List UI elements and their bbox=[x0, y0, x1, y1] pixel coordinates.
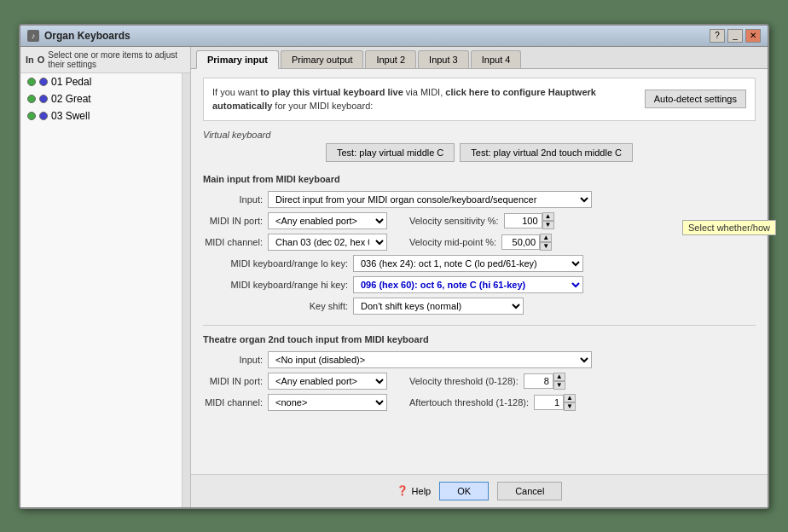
velocity-threshold-label: Velocity threshold (0-128): bbox=[409, 376, 519, 386]
info-text-part1: If you want bbox=[212, 87, 260, 97]
dot-blue-2 bbox=[39, 95, 48, 103]
midpoint-up-btn[interactable]: ▲ bbox=[540, 234, 552, 242]
col-in-label: In bbox=[26, 55, 34, 65]
window-body: In O Select one or more items to adjust … bbox=[20, 47, 768, 507]
app-icon: ♪ bbox=[27, 30, 39, 42]
tab-input3[interactable]: Input 3 bbox=[418, 50, 469, 68]
range-hi-label: MIDI keyboard/range hi key: bbox=[203, 280, 348, 290]
help-icon: ❓ bbox=[397, 485, 408, 496]
sidebar-header: In O Select one or more items to adjust … bbox=[20, 47, 190, 73]
midpoint-down-btn[interactable]: ▼ bbox=[540, 242, 552, 251]
theatre-section: Theatre organ 2nd touch input from MIDI … bbox=[203, 332, 756, 411]
col-o-label: O bbox=[38, 55, 45, 65]
theatre-channel-select[interactable]: <none> bbox=[268, 394, 387, 411]
info-text: If you want to play this virtual keyboar… bbox=[212, 85, 636, 113]
velocity-sensitivity-input[interactable]: 100 bbox=[504, 213, 542, 228]
input-row: Input: Direct input from your MIDI organ… bbox=[203, 191, 756, 208]
sidebar-item-swell[interactable]: 03 Swell bbox=[20, 107, 182, 124]
sidebar-item-label: 01 Pedal bbox=[51, 76, 91, 88]
velocity-up-btn[interactable]: ▲ bbox=[542, 212, 554, 221]
range-lo-row: MIDI keyboard/range lo key: 036 (hex 24)… bbox=[203, 255, 756, 272]
midi-port-select[interactable]: <Any enabled port> bbox=[268, 212, 387, 229]
midi-channel-select[interactable]: Chan 03 (dec 02, hex 02) bbox=[268, 234, 387, 251]
help-label: Help bbox=[412, 486, 432, 496]
velocity-sensitivity-spinbox: 100 ▲ ▼ bbox=[504, 212, 554, 229]
sidebar-item-label: 02 Great bbox=[51, 93, 91, 105]
help-button[interactable]: ❓ Help bbox=[397, 485, 432, 496]
theatre-input-row: Input: <No input (disabled)> bbox=[203, 351, 756, 368]
theatre-input-label: Input: bbox=[203, 355, 263, 365]
dot-blue-1 bbox=[39, 78, 48, 86]
auto-detect-button[interactable]: Auto-detect settings bbox=[645, 90, 746, 108]
title-buttons: ? _ ✕ bbox=[710, 29, 761, 43]
midi-section-title: Main input from MIDI keyboard bbox=[203, 172, 756, 186]
tooltip-popup: Select whether/how bbox=[682, 220, 776, 235]
range-lo-label: MIDI keyboard/range lo key: bbox=[203, 258, 348, 269]
tab-input2[interactable]: Input 2 bbox=[365, 50, 416, 68]
key-shift-row: Key shift: Don't shift keys (normal) bbox=[203, 298, 756, 315]
dot-green-1 bbox=[27, 78, 36, 86]
key-shift-select[interactable]: Don't shift keys (normal) bbox=[353, 298, 524, 315]
aftertouch-threshold-spinbox: 1 ▲ ▼ bbox=[534, 394, 576, 411]
info-text-part2: via MIDI, bbox=[403, 87, 446, 97]
theatre-port-label: MIDI IN port: bbox=[203, 376, 263, 386]
input-select[interactable]: Direct input from your MIDI organ consol… bbox=[268, 191, 592, 208]
aftertouch-down-btn[interactable]: ▼ bbox=[564, 402, 576, 411]
velocity-midpoint-input[interactable]: 50,00 bbox=[501, 234, 540, 250]
sidebar-items: 01 Pedal 02 Great 03 Swell bbox=[20, 73, 182, 507]
theatre-channel-label: MIDI channel: bbox=[203, 397, 263, 408]
midi-channel-label: MIDI channel: bbox=[203, 237, 263, 247]
virtual-keyboard-buttons: Test: play virtual middle C Test: play v… bbox=[203, 143, 756, 162]
virtual-keyboard-label: Virtual keyboard bbox=[203, 130, 756, 140]
tab-primary-output[interactable]: Primary output bbox=[281, 50, 364, 68]
tab-primary-input[interactable]: Primary input bbox=[196, 50, 279, 69]
test-middle-c-button[interactable]: Test: play virtual middle C bbox=[326, 143, 455, 162]
velocity-threshold-spinbox: 8 ▲ ▼ bbox=[524, 373, 565, 390]
cancel-button[interactable]: Cancel bbox=[497, 482, 562, 500]
footer: ❓ Help OK Cancel bbox=[191, 474, 768, 507]
minimize-btn[interactable]: _ bbox=[727, 29, 743, 43]
virtual-keyboard-section: Virtual keyboard Test: play virtual midd… bbox=[203, 130, 756, 162]
ok-button[interactable]: OK bbox=[439, 482, 489, 500]
sidebar-description: Select one or more items to adjust their… bbox=[48, 50, 185, 69]
main-window: ♪ Organ Keyboards ? _ ✕ In O Select one … bbox=[19, 24, 769, 509]
aftertouch-spinbox-btns: ▲ ▼ bbox=[564, 394, 576, 411]
range-hi-select[interactable]: 096 (hex 60): oct 6, note C (hi 61-key) bbox=[353, 276, 583, 293]
tab-input4[interactable]: Input 4 bbox=[471, 50, 522, 68]
range-lo-select[interactable]: 036 (hex 24): oct 1, note C (lo ped/61-k… bbox=[353, 255, 583, 272]
window-title: Organ Keyboards bbox=[44, 30, 130, 42]
theatre-channel-row: MIDI channel: <none> Aftertouch threshol… bbox=[203, 394, 756, 411]
midi-port-label: MIDI IN port: bbox=[203, 216, 263, 226]
sidebar-item-label: 03 Swell bbox=[51, 110, 90, 122]
aftertouch-threshold-input[interactable]: 1 bbox=[534, 395, 564, 410]
velocity-sensitivity-spinbox-btns: ▲ ▼ bbox=[542, 212, 554, 229]
dot-blue-3 bbox=[39, 112, 48, 120]
theatre-input-select[interactable]: <No input (disabled)> bbox=[268, 351, 592, 368]
main-content: Primary input Primary output Input 2 Inp… bbox=[191, 47, 768, 507]
theatre-section-title: Theatre organ 2nd touch input from MIDI … bbox=[203, 332, 756, 346]
aftertouch-up-btn[interactable]: ▲ bbox=[564, 394, 576, 402]
dot-green-3 bbox=[27, 112, 36, 120]
theatre-port-select[interactable]: <Any enabled port> bbox=[268, 373, 387, 390]
dot-green-2 bbox=[27, 95, 36, 103]
sidebar: In O Select one or more items to adjust … bbox=[20, 47, 191, 507]
velocity-threshold-spinbox-btns: ▲ ▼ bbox=[553, 373, 565, 390]
velocity-threshold-input[interactable]: 8 bbox=[524, 373, 553, 389]
sidebar-item-pedal[interactable]: 01 Pedal bbox=[20, 73, 182, 90]
threshold-down-btn[interactable]: ▼ bbox=[553, 381, 565, 390]
tab-bar: Primary input Primary output Input 2 Inp… bbox=[191, 47, 768, 69]
help-title-btn[interactable]: ? bbox=[710, 29, 725, 43]
velocity-sensitivity-label: Velocity sensitivity %: bbox=[409, 216, 499, 226]
input-label: Input: bbox=[203, 194, 263, 205]
theatre-port-row: MIDI IN port: <Any enabled port> Velocit… bbox=[203, 373, 756, 390]
section-divider bbox=[203, 325, 756, 326]
velocity-midpoint-spinbox-btns: ▲ ▼ bbox=[540, 234, 552, 251]
close-btn[interactable]: ✕ bbox=[745, 29, 761, 43]
test-2nd-touch-button[interactable]: Test: play virtual 2nd touch middle C bbox=[460, 143, 633, 162]
key-shift-label: Key shift: bbox=[203, 301, 348, 311]
sidebar-scrollbar[interactable] bbox=[182, 73, 190, 507]
aftertouch-threshold-label: Aftertouch threshold (1-128): bbox=[409, 397, 529, 408]
threshold-up-btn[interactable]: ▲ bbox=[553, 373, 565, 381]
sidebar-item-great[interactable]: 02 Great bbox=[20, 90, 182, 107]
velocity-down-btn[interactable]: ▼ bbox=[542, 221, 554, 229]
